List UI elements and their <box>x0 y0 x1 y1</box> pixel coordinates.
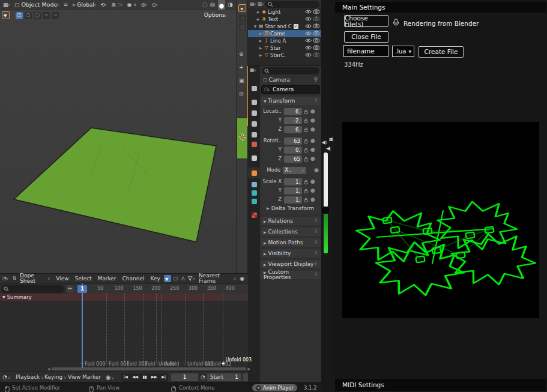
panel-grip-icon[interactable]: ⠿ <box>315 252 318 256</box>
outliner-row[interactable]: ▼ ▤ Star and C ✓ <box>248 23 321 30</box>
marker-label[interactable]: Unfold 002 <box>205 362 232 367</box>
lock-icon[interactable] <box>304 179 309 184</box>
properties-tab-view-layer[interactable] <box>248 119 260 128</box>
marker-label[interactable]: Unfold <box>163 362 179 367</box>
checkbox[interactable]: ✓ <box>294 24 298 29</box>
view-menu-icon[interactable]: ≡ <box>64 2 68 8</box>
lock-icon[interactable] <box>304 139 309 143</box>
timeline-menu-playback[interactable]: Playback∨ <box>16 375 44 380</box>
mode-dropdown[interactable]: X..∨ <box>283 167 306 174</box>
end-frame-field-clipped[interactable] <box>243 373 248 381</box>
properties-tab-world[interactable] <box>248 139 260 149</box>
outliner-row[interactable]: ▶ Came <box>248 30 321 37</box>
marker-label[interactable]: Unfold 003 <box>225 358 252 363</box>
properties-tab-render[interactable] <box>248 97 260 107</box>
select-cursor-icon[interactable]: ▶ <box>164 275 171 282</box>
menu-view[interactable]: View <box>56 276 68 282</box>
select-mode-circle-icon[interactable]: ◯ <box>34 12 41 19</box>
timeline-menu-marker[interactable]: Marker <box>82 375 101 380</box>
disclosure-icon[interactable]: ▶ <box>256 10 261 14</box>
horizontal-scrollbar[interactable] <box>52 367 246 370</box>
lock-icon[interactable] <box>304 188 309 193</box>
channel-search-input[interactable] <box>1 285 64 293</box>
marker-diamond-icon[interactable]: ◇ <box>184 361 187 365</box>
camera-toggle-icon[interactable] <box>313 52 319 58</box>
value-field[interactable]: 6. <box>284 126 302 133</box>
orientation-dropdown[interactable]: ⌖Global∨ <box>72 2 96 8</box>
transform-panel-header[interactable]: ▼ Transform ⠿ <box>261 97 321 105</box>
outliner-row[interactable]: ▶ ◉ Light <box>248 8 321 16</box>
menu-key[interactable]: Key <box>151 276 160 282</box>
value-field[interactable]: 1. <box>284 196 302 204</box>
strip-active-tool-icon[interactable]: ▶ <box>238 4 246 12</box>
panel-collections[interactable]: ▶ Collections ⠿ <box>261 228 321 236</box>
filename-input[interactable]: filename <box>343 45 388 57</box>
jump-end-button[interactable]: ▶| <box>162 375 166 379</box>
panel-grip-icon[interactable]: ⠿ <box>315 219 318 223</box>
animate-dot-icon[interactable]: ● <box>314 167 319 173</box>
frame-number-field[interactable]: 1 <box>171 373 198 381</box>
shading-material-icon[interactable]: ● <box>218 0 226 10</box>
timeline-menu-keying[interactable]: Keying∨ <box>44 375 67 380</box>
properties-tab-tool[interactable] <box>248 83 260 93</box>
camera-toggle-icon[interactable] <box>313 23 319 29</box>
properties-editor-type-icon[interactable]: ▦∨ <box>250 68 256 73</box>
dopesheet-mode-dropdown[interactable]: Dope Sheet∨ <box>20 273 50 284</box>
summary-row[interactable] <box>0 294 221 301</box>
lock-icon[interactable] <box>304 198 309 202</box>
expand-channels-button[interactable]: ↔ <box>66 285 74 293</box>
extension-dropdown[interactable]: .lua▼ <box>392 46 414 57</box>
strip-tool2-icon[interactable]: ◯ <box>239 23 246 30</box>
menu-channel[interactable]: Channel <box>122 276 145 282</box>
options-dropdown[interactable]: Options∨ <box>204 13 234 18</box>
disclosure-icon[interactable]: ▶ <box>258 46 263 50</box>
next-keyframe-button[interactable]: ▶▶ <box>151 375 157 379</box>
disclosure-icon[interactable]: ▶ <box>258 53 263 57</box>
eye-icon[interactable] <box>305 46 312 51</box>
volume-slider-track[interactable] <box>324 152 328 207</box>
properties-tab-object[interactable] <box>248 167 260 178</box>
value-field[interactable]: 1. <box>284 187 302 194</box>
panel-viewport-display[interactable]: ▶ Viewport Display ⠿ <box>261 260 321 268</box>
eye-icon[interactable] <box>305 10 312 15</box>
outliner-row[interactable]: ▶ a Text <box>248 16 321 23</box>
eye-icon[interactable] <box>305 38 312 44</box>
animate-dot-icon[interactable]: ● <box>310 156 315 161</box>
ortho-toggle-icon[interactable]: ⊞ <box>239 91 244 97</box>
snap-dropdown[interactable]: Nearest Frame∨ <box>199 273 236 284</box>
panel-grip-icon[interactable]: ⠿ <box>315 241 318 245</box>
properties-tab-constraints[interactable] <box>248 196 260 206</box>
choose-files-button[interactable]: Choose File(s) <box>344 15 388 27</box>
disclosure-icon[interactable]: ▼ <box>253 25 258 28</box>
value-field[interactable]: 6. <box>284 108 302 115</box>
animate-dot-icon[interactable]: ● <box>310 138 315 143</box>
marker-label[interactable]: Fold 002 <box>127 362 147 367</box>
box-select-icon[interactable]: ▢ <box>174 276 178 281</box>
active-tool-cursor-icon[interactable]: ▶ <box>2 11 10 19</box>
outliner-display-dropdown[interactable]: ▥∨ <box>258 2 264 7</box>
zoom-gizmo-icon[interactable]: ⊕ <box>239 52 244 57</box>
lock-icon[interactable] <box>304 127 309 132</box>
prev-keyframe-button[interactable]: ◀◀ <box>132 375 138 379</box>
pan-hand-icon[interactable]: + <box>239 65 244 70</box>
disclosure-icon[interactable]: ▶ <box>256 17 261 21</box>
outliner-row[interactable]: ▶ ▽ Star <box>248 44 321 52</box>
outliner-row[interactable]: ▶ ʃ Line A <box>248 37 321 44</box>
proportional-edit-toggle[interactable]: ◉∧ <box>127 2 136 8</box>
properties-tab-scene[interactable] <box>248 130 260 139</box>
marker-diamond-icon[interactable]: ◇ <box>160 361 163 365</box>
camera-toggle-icon[interactable] <box>313 9 319 15</box>
marker-label[interactable]: Fold 000 <box>85 362 105 367</box>
menu-select[interactable]: Select <box>75 276 92 282</box>
panel-grip-icon[interactable]: ⠿ <box>315 230 318 234</box>
outliner-row[interactable]: ▶ ▽ StarC. <box>248 52 321 59</box>
summary-label[interactable]: ▼Summary <box>2 295 32 300</box>
viewport-strip[interactable]: ▶ ▢ ◯ ⊕ + ▣ ⊞ <box>236 0 248 273</box>
animate-dot-icon[interactable]: ● <box>310 179 315 184</box>
camera-toggle-icon[interactable] <box>313 38 319 44</box>
shading-wireframe-icon[interactable]: ◌ <box>202 2 208 8</box>
start-frame-field[interactable]: Start1 <box>207 373 241 381</box>
disclosure-icon[interactable]: ▶ <box>258 39 263 43</box>
snap-toggle[interactable]: ⋒∷∨ <box>111 2 122 8</box>
animate-dot-icon[interactable]: ● <box>310 197 315 202</box>
